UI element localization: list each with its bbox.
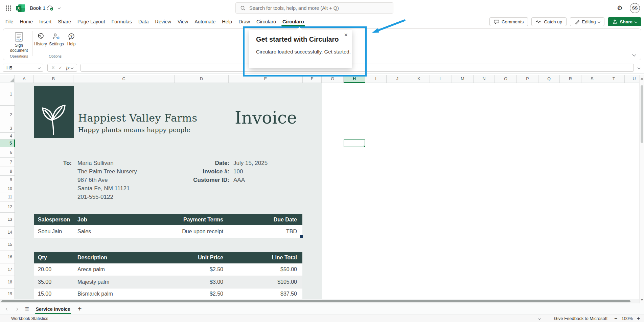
row-header-17[interactable]: 17 (0, 263, 15, 276)
row-header-3[interactable]: 3 (0, 124, 15, 133)
global-search[interactable] (235, 2, 393, 14)
status-options-chevron-icon[interactable] (538, 317, 541, 320)
search-input[interactable] (249, 5, 388, 11)
editing-mode-button[interactable]: Editing (570, 17, 604, 26)
column-header-b[interactable]: B (34, 75, 73, 83)
settings-gear-icon[interactable]: ⚙ (617, 4, 623, 12)
next-sheet-icon[interactable] (15, 307, 18, 310)
fill-handle-icon[interactable] (363, 145, 366, 148)
column-header-t[interactable]: T (603, 75, 625, 83)
column-header-a[interactable]: A (15, 75, 34, 83)
column-header-r[interactable]: R (560, 75, 581, 83)
search-icon (240, 6, 245, 10)
tab-view[interactable]: View (178, 19, 188, 24)
help-button[interactable]: ? Help (65, 33, 77, 47)
row-header-6[interactable]: 6 (0, 147, 15, 158)
table-resize-handle[interactable] (300, 235, 303, 238)
horizontal-scrollbar[interactable] (0, 299, 639, 303)
tab-file[interactable]: File (5, 19, 13, 24)
expand-formula-bar-chevron-icon[interactable] (638, 66, 640, 69)
zoom-out-button[interactable]: − (614, 316, 617, 322)
row-header-10[interactable]: 10 (0, 184, 15, 193)
name-box-chevron-icon (38, 66, 41, 69)
column-header-j[interactable]: J (387, 75, 408, 83)
column-header-n[interactable]: N (474, 75, 495, 83)
sheet-tab-service-invoice[interactable]: Service invoice (35, 304, 71, 314)
share-button[interactable]: Share (608, 17, 641, 26)
comments-button[interactable]: Comments (489, 17, 528, 26)
row-header-12[interactable]: 12 (0, 201, 15, 213)
column-header-q[interactable]: Q (538, 75, 560, 83)
row-header-8[interactable]: 8 (0, 167, 15, 176)
tab-home[interactable]: Home (20, 19, 33, 24)
tab-insert[interactable]: Insert (39, 19, 51, 24)
row-header-11[interactable]: 11 (0, 193, 15, 201)
vertical-scroll-thumb[interactable] (641, 85, 643, 143)
feedback-link[interactable]: Give Feedback to Microsoft (554, 316, 607, 321)
close-icon[interactable]: × (344, 32, 348, 38)
column-header-m[interactable]: M (452, 75, 474, 83)
enter-check-icon[interactable]: ✓ (59, 65, 62, 70)
to-label: To: (48, 160, 72, 167)
row-header-16[interactable]: 16 (0, 251, 15, 263)
column-header-d[interactable]: D (175, 75, 229, 83)
column-header-s[interactable]: S (581, 75, 603, 83)
tab-circularo[interactable]: Circularo (256, 19, 276, 24)
tab-review[interactable]: Review (155, 19, 171, 24)
sign-document-button[interactable]: Sign document (8, 32, 30, 53)
tab-share[interactable]: Share (58, 19, 71, 24)
add-sheet-button[interactable]: + (78, 305, 82, 313)
app-launcher-icon[interactable] (5, 5, 12, 13)
row-header-15[interactable]: 15 (0, 238, 15, 251)
document-menu-chevron-icon[interactable] (58, 6, 61, 9)
column-header-k[interactable]: K (408, 75, 430, 83)
svg-text:?: ? (70, 35, 72, 38)
cancel-icon[interactable]: × (51, 65, 54, 70)
previous-sheet-icon[interactable] (6, 307, 8, 310)
row-header-1[interactable]: 1 (0, 83, 15, 106)
tab-draw[interactable]: Draw (238, 19, 250, 24)
account-avatar[interactable]: SS (630, 3, 640, 13)
column-header-p[interactable]: P (517, 75, 538, 83)
catch-up-button[interactable]: Catch up (531, 17, 567, 26)
scroll-down-icon[interactable] (641, 299, 643, 301)
saved-to-cloud-icon[interactable] (47, 5, 53, 12)
select-all-corner[interactable] (0, 75, 15, 83)
all-sheets-menu-icon[interactable]: ≡ (25, 305, 29, 313)
column-header-c[interactable]: C (73, 75, 175, 83)
row-header-13[interactable]: 13 (0, 213, 15, 227)
row-header-9[interactable]: 9 (0, 176, 15, 184)
tab-formulas[interactable]: Formulas (111, 19, 132, 24)
sheet-canvas[interactable]: Happiest Valley Farms Happy plants means… (15, 83, 639, 299)
workbook-statistics-button[interactable]: Workbook Statistics (11, 316, 48, 321)
document-title[interactable]: Book 1 (30, 5, 46, 11)
scroll-up-icon[interactable] (641, 78, 643, 80)
row-header-2[interactable]: 2 (0, 106, 15, 124)
collapse-ribbon-chevron-icon[interactable] (632, 52, 636, 56)
row-header-19[interactable]: 19 (0, 288, 15, 299)
name-box[interactable]: H5 (3, 64, 43, 72)
zoom-in-button[interactable]: + (637, 316, 640, 322)
tab-data[interactable]: Data (138, 19, 149, 24)
history-button[interactable]: History (33, 33, 48, 47)
vertical-scrollbar[interactable] (639, 75, 644, 303)
sheet-tab-bar: ≡ Service invoice + (0, 303, 644, 315)
column-header-o[interactable]: O (495, 75, 517, 83)
row-header-18[interactable]: 18 (0, 276, 15, 288)
tab-circularo-active[interactable]: Circularo (282, 19, 304, 24)
tab-page-layout[interactable]: Page Layout (77, 19, 105, 24)
insert-function-button[interactable]: fx (66, 65, 73, 71)
excel-logo-icon[interactable]: X (16, 4, 25, 13)
row-header-4[interactable]: 4 (0, 133, 15, 139)
tab-help[interactable]: Help (222, 19, 232, 24)
tab-automate[interactable]: Automate (194, 19, 215, 24)
column-header-i[interactable]: I (365, 75, 387, 83)
settings-button[interactable]: Settings (48, 33, 65, 47)
horizontal-scroll-thumb[interactable] (1, 300, 630, 302)
selected-cell-h5[interactable] (344, 139, 365, 147)
row-header-5-selected[interactable]: 5 (0, 139, 15, 147)
zoom-level[interactable]: 100% (621, 316, 632, 321)
row-header-14[interactable]: 14 (0, 227, 15, 238)
row-header-7[interactable]: 7 (0, 158, 15, 167)
column-header-l[interactable]: L (430, 75, 452, 83)
